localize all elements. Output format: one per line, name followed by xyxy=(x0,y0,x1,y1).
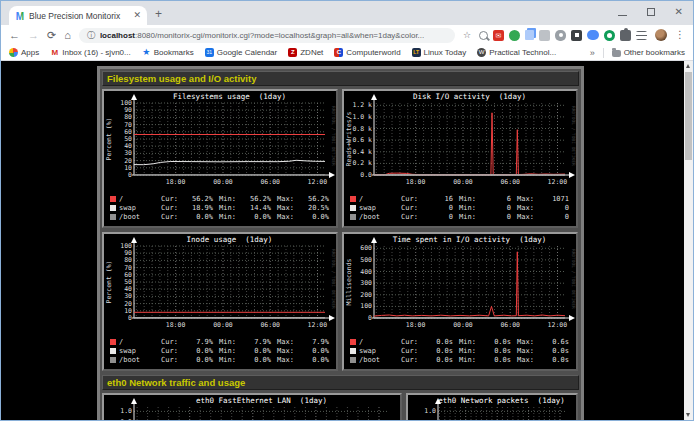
graph-eth0-traffic: 1.00.9eth0 FastEthernet LAN (1day) xyxy=(104,395,400,420)
svg-text:0.9: 0.9 xyxy=(120,418,132,420)
svg-text:600: 600 xyxy=(360,244,372,252)
globe-extension-icon[interactable] xyxy=(509,30,520,41)
panel-eth0-packets[interactable]: 1.0Packets/seth0 Network packets (1day) xyxy=(406,393,578,420)
svg-text:06:00: 06:00 xyxy=(260,178,280,186)
svg-text:RRDTOOL / TOBI OETIKER: RRDTOOL / TOBI OETIKER xyxy=(331,106,336,166)
maximize-icon[interactable] xyxy=(647,8,655,16)
bookmark-practical-technol[interactable]: WPractical Technol... xyxy=(477,48,556,57)
bookmark-google-calendar[interactable]: 31Google Calendar xyxy=(205,48,277,57)
panel-eth0-traffic[interactable]: 1.00.9eth0 FastEthernet LAN (1day) xyxy=(102,393,402,420)
folder-icon xyxy=(612,50,621,57)
graph-legend: /Cur:7.9%Min:7.9%Max:7.9%swapCur:0.0%Min… xyxy=(104,337,336,364)
puzzle-extension-icon[interactable] xyxy=(620,30,631,41)
svg-text:Percent (%): Percent (%) xyxy=(105,260,113,303)
legend-row: swapCur:0Min:0Max:0 xyxy=(350,203,576,212)
bookmark-label: Inbox (16) - sjvn0... xyxy=(62,48,130,57)
svg-text:0.4 k: 0.4 k xyxy=(352,148,372,156)
svg-text:0.2 k: 0.2 k xyxy=(352,159,372,167)
legend-row: /Cur:7.9%Min:7.9%Max:7.9% xyxy=(110,337,336,346)
darksq-extension-icon[interactable] xyxy=(571,30,582,41)
svg-text:18:00: 18:00 xyxy=(406,178,426,186)
card-extension-icon[interactable] xyxy=(539,30,550,41)
graph-legend: /Cur:16Min:6Max:1071swapCur:0Min:0Max:0/… xyxy=(344,194,576,221)
bookmark-label: Apps xyxy=(21,48,39,57)
panel-disk-io-activity[interactable]: 1.2 k1.0 k0.8 k0.6 k0.4 k0.2 k0.018:0000… xyxy=(342,89,578,228)
svg-text:0.6 k: 0.6 k xyxy=(352,136,372,144)
svg-text:1.0: 1.0 xyxy=(424,407,436,415)
network-charts-grid: 1.00.9eth0 FastEthernet LAN (1day) 1.0Pa… xyxy=(102,393,579,420)
minimize-icon[interactable] xyxy=(618,7,627,16)
graph-disk-io-activity: 1.2 k1.0 k0.8 k0.6 k0.4 k0.2 k0.018:0000… xyxy=(344,91,576,226)
bookmark-inbox-16-sjvn0[interactable]: MInbox (16) - sjvn0... xyxy=(50,48,130,57)
new-tab-button[interactable]: + xyxy=(155,8,162,20)
svg-text:100: 100 xyxy=(360,302,372,310)
tab-close-icon[interactable]: ✕ xyxy=(133,11,141,20)
svg-text:00:00: 00:00 xyxy=(213,178,233,186)
panel-inode-usage[interactable]: 100908070605040302010018:0000:0006:0012:… xyxy=(102,232,338,371)
address-bar[interactable]: ⓘ localhost:8080/monitorix-cgi/monitorix… xyxy=(79,28,455,43)
scrollbar-down-icon[interactable] xyxy=(686,413,690,417)
tab-blue-precision-monitorix[interactable]: M Blue Precision Monitorix ✕ xyxy=(9,6,147,25)
zdnet-icon: Z xyxy=(288,48,297,57)
gmail-icon: M xyxy=(50,48,59,57)
forward-icon[interactable]: → xyxy=(28,30,39,41)
svg-text:00:00: 00:00 xyxy=(453,178,473,186)
bookmark-label: Bookmarks xyxy=(154,48,194,57)
browser-window: M Blue Precision Monitorix ✕ + ✕ ← → ⟳ ⌂… xyxy=(0,0,694,421)
page-info-icon[interactable]: ⓘ xyxy=(87,30,95,41)
star-icon: ★ xyxy=(142,48,151,57)
bookmark-bookmarks[interactable]: ★Bookmarks xyxy=(142,48,194,57)
svg-text:06:00: 06:00 xyxy=(260,321,280,329)
scrollbar-up-icon[interactable] xyxy=(686,64,690,68)
home-icon[interactable]: ⌂ xyxy=(64,30,71,41)
bookmark-computerworld[interactable]: CComputerworld xyxy=(334,48,400,57)
panel-filesystems-usage[interactable]: 100908070605040302010018:0000:0006:0012:… xyxy=(102,89,338,228)
svg-text:Milliseconds: Milliseconds xyxy=(345,258,353,305)
profile-avatar[interactable] xyxy=(655,29,667,41)
graph-time-in-io: 600500400300200100018:0000:0006:0012:00M… xyxy=(344,234,576,369)
tablist-extension-icon[interactable] xyxy=(636,31,647,40)
url-text: localhost:8080/monitorix-cgi/monitorix.c… xyxy=(100,31,424,40)
linuxtoday-icon: LT xyxy=(412,48,421,57)
bookmark-apps[interactable]: Apps xyxy=(9,48,39,57)
tab-title: Blue Precision Monitorix xyxy=(29,11,129,21)
svg-text:M: M xyxy=(16,11,24,21)
svg-text:00:00: 00:00 xyxy=(453,321,473,329)
bookmarks-overflow-icon[interactable]: » xyxy=(590,48,595,58)
svg-text:18:00: 18:00 xyxy=(166,178,186,186)
svg-text:1.2 k: 1.2 k xyxy=(352,101,372,109)
bookmark-zdnet[interactable]: ZZDNet xyxy=(288,48,323,57)
reload-icon[interactable]: ⟳ xyxy=(47,30,56,41)
bookmark-star-icon[interactable]: ☆ xyxy=(463,30,471,40)
calendar-icon: 31 xyxy=(205,48,214,57)
svg-text:12:00: 12:00 xyxy=(308,178,328,186)
eye-extension-icon[interactable] xyxy=(555,30,566,41)
greenc-extension-icon[interactable] xyxy=(604,30,615,41)
window-controls: ✕ xyxy=(618,7,683,16)
legend-row: /bootCur:0.0%Min:0.0%Max:0.0% xyxy=(110,212,336,221)
svg-text:0: 0 xyxy=(368,314,372,322)
graph-filesystems-usage: 100908070605040302010018:0000:0006:0012:… xyxy=(104,91,336,226)
browser-menu-icon[interactable]: ⋮ xyxy=(675,30,685,40)
page-scrollbar[interactable] xyxy=(684,61,693,420)
bookmarks-separator xyxy=(603,48,604,58)
filesystem-charts-grid: 100908070605040302010018:0000:0006:0012:… xyxy=(102,89,579,371)
back-icon[interactable]: ← xyxy=(9,30,20,41)
titlebar: M Blue Precision Monitorix ✕ + ✕ xyxy=(1,1,693,25)
panel-time-in-io[interactable]: 600500400300200100018:0000:0006:0012:00M… xyxy=(342,232,578,371)
svg-text:eth0 Network packets (1day): eth0 Network packets (1day) xyxy=(438,396,564,405)
window-close-icon[interactable]: ✕ xyxy=(675,7,683,16)
svg-text:200: 200 xyxy=(360,291,372,299)
mail-extension-icon[interactable]: ✉ xyxy=(493,30,504,41)
oval-extension-icon[interactable] xyxy=(587,30,599,40)
monitorix-favicon: M xyxy=(15,11,25,21)
graph-legend: /Cur:0.0sMin:0.0sMax:0.6sswapCur:0.0sMin… xyxy=(344,337,576,364)
search-extension-icon[interactable] xyxy=(479,31,488,40)
legend-row: /bootCur:0.0%Min:0.0%Max:0.0% xyxy=(110,355,336,364)
scrollbar-thumb[interactable] xyxy=(685,72,692,160)
toolbar: ← → ⟳ ⌂ ⓘ localhost:8080/monitorix-cgi/m… xyxy=(1,25,693,45)
pages-extension-icon[interactable] xyxy=(525,30,534,40)
bookmark-linux-today[interactable]: LTLinux Today xyxy=(412,48,467,57)
svg-text:Time spent in I/O activity (1: Time spent in I/O activity (1day) xyxy=(393,235,547,244)
other-bookmarks-button[interactable]: Other bookmarks xyxy=(612,48,685,57)
